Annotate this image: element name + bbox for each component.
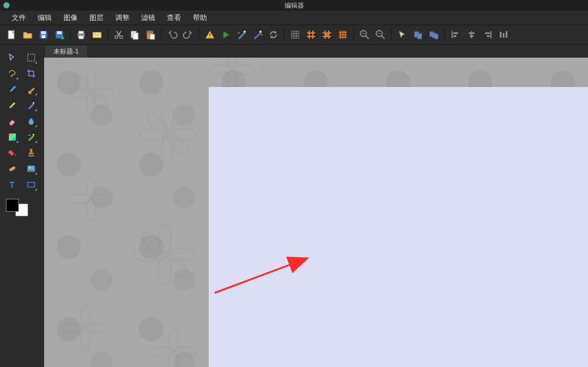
- align-left-button[interactable]: [449, 28, 463, 42]
- menu-filter[interactable]: 滤镜: [135, 11, 161, 25]
- gradient-tool[interactable]: [6, 131, 19, 144]
- menu-file[interactable]: 文件: [6, 11, 32, 25]
- wand-tool[interactable]: [25, 131, 38, 144]
- svg-rect-17: [150, 34, 155, 39]
- menu-edit[interactable]: 编辑: [32, 11, 58, 25]
- svg-rect-32: [453, 35, 456, 37]
- menu-image[interactable]: 图像: [58, 11, 83, 25]
- warning-button[interactable]: [203, 28, 217, 42]
- svg-point-58: [89, 91, 111, 112]
- grid-button[interactable]: [288, 28, 302, 42]
- email-button[interactable]: [90, 28, 104, 42]
- blur-tool[interactable]: [25, 115, 38, 128]
- menu-layer[interactable]: 图层: [83, 11, 109, 25]
- redo-button[interactable]: [181, 28, 195, 42]
- print-button[interactable]: [74, 28, 88, 42]
- eyedropper-tool[interactable]: [6, 83, 19, 96]
- svg-point-83: [228, 58, 237, 68]
- svg-point-82: [175, 347, 196, 356]
- svg-rect-3: [41, 31, 46, 34]
- copy-button[interactable]: [128, 28, 142, 42]
- text-tool[interactable]: T: [6, 178, 19, 191]
- svg-point-43: [33, 134, 35, 136]
- svg-point-55: [69, 88, 90, 98]
- app-icon: [2, 1, 11, 9]
- svg-point-62: [169, 128, 196, 140]
- svg-rect-30: [435, 34, 438, 39]
- canvas-viewport[interactable]: [44, 58, 588, 367]
- svg-point-72: [166, 248, 196, 261]
- grid-orange-2-button[interactable]: [320, 28, 334, 42]
- svg-point-78: [86, 323, 108, 333]
- new-file-button[interactable]: [5, 28, 19, 42]
- cut-button[interactable]: [112, 28, 126, 42]
- photo-tool[interactable]: [25, 162, 38, 175]
- canvas-area: 未标题-1: [44, 45, 588, 367]
- svg-rect-40: [28, 54, 35, 61]
- wizard-button-1[interactable]: [235, 28, 249, 42]
- crop-multi-2-button[interactable]: [427, 28, 441, 42]
- brush-tool[interactable]: [25, 83, 38, 96]
- menu-adjust[interactable]: 调整: [109, 11, 135, 25]
- svg-point-64: [165, 131, 192, 158]
- wizard-button-2[interactable]: [250, 28, 265, 42]
- svg-rect-22: [292, 31, 299, 38]
- save-button[interactable]: [36, 28, 51, 42]
- svg-point-41: [33, 102, 35, 104]
- svg-point-57: [72, 74, 94, 96]
- tool-palette: T: [0, 45, 44, 367]
- svg-point-80: [169, 353, 178, 367]
- svg-rect-37: [500, 32, 502, 38]
- main-toolbar: [0, 25, 588, 45]
- align-right-button[interactable]: [480, 28, 495, 42]
- eraser-tool[interactable]: [6, 115, 19, 128]
- crop-tool[interactable]: [25, 67, 38, 80]
- paste-button[interactable]: [143, 28, 158, 42]
- bucket-tool[interactable]: [6, 146, 19, 159]
- svg-rect-4: [42, 35, 45, 38]
- marquee-tool[interactable]: [25, 51, 38, 64]
- svg-rect-9: [79, 36, 83, 39]
- color-swatches[interactable]: [4, 199, 41, 216]
- selection-tool[interactable]: [6, 51, 19, 64]
- pointer-tool-button[interactable]: [395, 28, 409, 42]
- grid-orange-3-button[interactable]: [336, 28, 350, 42]
- svg-point-81: [151, 347, 172, 356]
- menu-view[interactable]: 查看: [161, 11, 187, 25]
- svg-rect-31: [453, 32, 458, 34]
- distribute-button[interactable]: [496, 28, 510, 42]
- open-folder-button[interactable]: [21, 28, 35, 42]
- svg-rect-34: [470, 35, 473, 37]
- svg-point-53: [86, 71, 96, 92]
- save-as-button[interactable]: [52, 28, 66, 42]
- play-button[interactable]: [219, 28, 233, 42]
- zoom-in-button[interactable]: [358, 28, 372, 42]
- pen-tool[interactable]: [25, 99, 38, 112]
- foreground-color-swatch[interactable]: [6, 199, 19, 212]
- svg-rect-35: [485, 32, 490, 34]
- svg-point-73: [138, 228, 168, 258]
- canvas-document[interactable]: [209, 87, 588, 367]
- svg-point-11: [115, 36, 118, 39]
- lasso-tool[interactable]: [6, 67, 19, 80]
- svg-point-65: [86, 176, 96, 198]
- undo-button[interactable]: [165, 28, 179, 42]
- heal-tool[interactable]: [6, 162, 19, 175]
- zoom-out-button[interactable]: [373, 28, 387, 42]
- svg-point-0: [4, 2, 9, 8]
- stamp-tool[interactable]: [25, 146, 38, 159]
- menu-help[interactable]: 帮助: [187, 11, 213, 25]
- svg-rect-39: [506, 31, 507, 38]
- crop-multi-1-button[interactable]: [411, 28, 425, 42]
- align-center-button[interactable]: [465, 28, 479, 42]
- svg-point-50: [29, 167, 31, 169]
- title-bar: 编辑器: [0, 0, 588, 11]
- document-tab[interactable]: 未标题-1: [45, 46, 87, 58]
- refresh-button[interactable]: [266, 28, 280, 42]
- svg-rect-36: [487, 35, 490, 37]
- svg-rect-14: [133, 33, 138, 39]
- pencil-tool[interactable]: [6, 99, 19, 112]
- svg-point-85: [210, 65, 231, 74]
- shape-tool[interactable]: [25, 178, 38, 191]
- grid-orange-1-button[interactable]: [304, 28, 318, 42]
